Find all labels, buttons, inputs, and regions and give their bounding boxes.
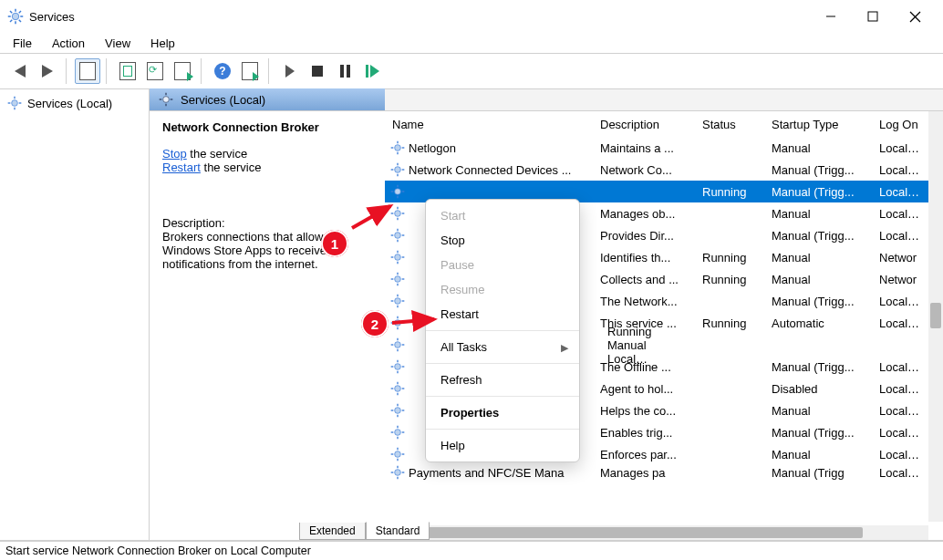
stop-service-link[interactable]: Stop [162,147,187,161]
col-status[interactable]: Status [695,118,764,131]
tree-pane: Services (Local) [0,89,150,540]
vertical-scrollbar[interactable] [928,111,943,522]
pause-service-button[interactable] [332,58,358,84]
cell-status: Running [600,325,669,338]
vertical-scrollbar-thumb[interactable] [930,303,941,328]
action-toolbar-button[interactable] [237,58,263,84]
col-description[interactable]: Description [593,118,695,131]
cell-logon: Local Sy [872,360,928,374]
restart-service-button[interactable] [359,58,385,84]
svg-point-98 [395,470,401,476]
cell-name: Payments and NFC/SE Mana [385,465,593,480]
service-context-menu: Start Stop Pause Resume Restart All Task… [425,199,580,462]
ctx-pause: Pause [426,253,579,277]
cell-logon: Local Se [872,466,928,480]
toolbar-separator [66,58,69,84]
cell-logon: Local Se [872,316,928,330]
menu-bar: File Action View Help [0,33,943,53]
cell-logon: Local Sy [872,404,928,418]
table-row[interactable]: NetlogonMaintains a ...ManualLocal Sy [385,137,943,159]
annotation-arrow-2 [389,310,440,332]
cell-startup: Manual (Trigg... [764,295,872,308]
ctx-stop[interactable]: Stop [426,228,579,253]
toolbar-separator [268,58,272,84]
help-toolbar-button[interactable]: ? [210,58,235,84]
cell-logon: Networ [872,251,928,264]
restart-service-link[interactable]: Restart [162,161,201,174]
tree-root-label: Services (Local) [27,97,112,110]
nav-forward-button[interactable] [35,58,60,84]
refresh-toolbar-button[interactable] [142,58,168,84]
properties-toolbar-button[interactable] [115,58,140,84]
svg-line-103 [352,206,390,228]
cell-startup: Manual [764,273,872,286]
cell-startup: Disabled [764,382,872,396]
menu-action[interactable]: Action [52,36,85,50]
ctx-properties[interactable]: Properties [426,400,579,425]
restart-service-line: Restart the service [162,161,372,174]
menu-file[interactable]: File [13,36,32,50]
ctx-start: Start [426,203,579,228]
svg-point-43 [395,233,401,239]
svg-point-78 [395,386,401,392]
menu-view[interactable]: View [105,36,130,50]
ctx-help[interactable]: Help [426,433,579,458]
col-startup-type[interactable]: Startup Type [764,118,872,131]
cell-name [385,184,593,199]
svg-line-8 [19,11,21,13]
status-text: Start service Network Connection Broker … [5,544,311,557]
cell-status: Running [695,185,764,199]
cell-description: Collects and ... [593,273,695,286]
pane-header-label: Services (Local) [181,93,265,107]
tab-standard[interactable]: Standard [366,522,430,540]
close-button[interactable] [894,3,936,30]
cell-startup: Manual [764,448,872,461]
cell-logon: Local Se [872,163,928,177]
ctx-refresh[interactable]: Refresh [426,368,579,392]
show-hide-console-tree-button[interactable] [75,58,100,84]
svg-point-73 [395,364,401,370]
svg-point-13 [12,100,18,107]
window-controls [810,3,936,30]
svg-line-104 [392,319,434,323]
cell-description: Maintains a ... [593,141,695,155]
cell-description: Manages pa [593,466,695,480]
ctx-separator [426,330,579,331]
col-name[interactable]: Name [385,118,593,131]
cell-startup: Manual [764,251,872,264]
nav-back-button[interactable] [7,58,33,84]
cell-description: Helps the co... [593,404,695,418]
cell-description: Identifies th... [593,251,695,264]
ctx-all-tasks[interactable]: All Tasks▶ [426,335,579,359]
ctx-restart[interactable]: Restart [426,302,579,327]
title-bar: Services [0,0,943,33]
pane-header-wrap: Services (Local) [150,89,943,111]
gear-icon [7,96,22,110]
stop-service-button[interactable] [305,58,330,84]
cell-description: The Offline ... [593,360,695,374]
table-row[interactable]: Network Connected Devices ...Network Co.… [385,159,943,181]
cell-startup: Manual [764,207,872,221]
table-row[interactable]: Payments and NFC/SE ManaManages paManual… [385,465,943,480]
minimize-button[interactable] [810,3,852,30]
start-service-button[interactable] [277,58,303,84]
svg-point-28 [395,167,401,173]
cell-startup: Manual [600,338,695,352]
col-log-on[interactable]: Log On [872,118,928,131]
tab-extended[interactable]: Extended [299,523,366,540]
svg-line-5 [10,11,12,13]
cell-startup: Manual (Trigg... [764,185,872,199]
cell-startup: Manual (Trigg... [764,426,872,440]
cell-startup: Manual (Trigg [764,466,872,480]
export-list-button[interactable] [170,58,195,84]
svg-line-6 [19,20,21,22]
menu-help[interactable]: Help [150,36,175,50]
tree-root-services-local[interactable]: Services (Local) [0,93,149,113]
service-details: Network Connection Broker Stop the servi… [150,111,385,540]
maximize-button[interactable] [852,3,894,30]
toolbar-separator [106,58,109,84]
cell-name: Network Connected Devices ... [385,162,593,177]
grid-header: Name Description Status Startup Type Log… [385,111,943,137]
svg-point-68 [395,342,401,348]
cell-startup: Manual [764,404,872,418]
